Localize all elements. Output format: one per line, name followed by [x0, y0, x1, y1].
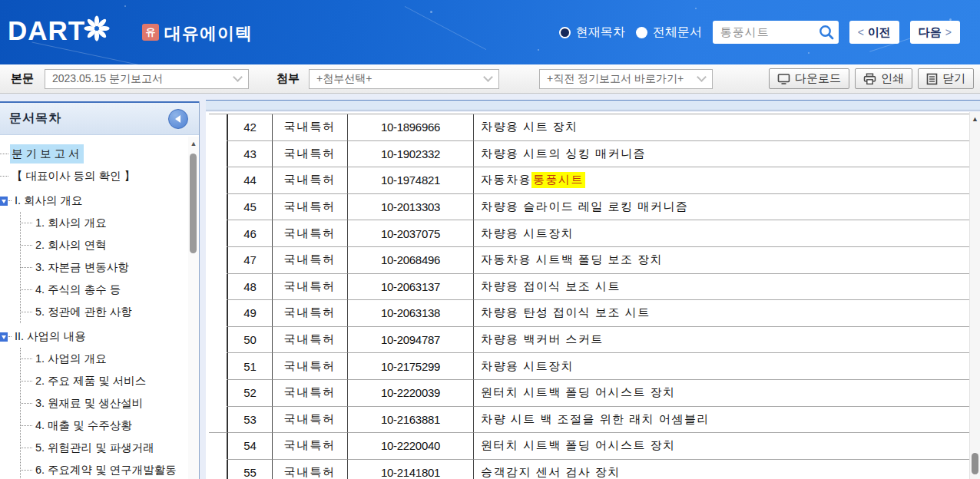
- table-gutter-cell: [209, 407, 228, 434]
- tree-collapse-icon[interactable]: [0, 197, 8, 206]
- toc-item[interactable]: 2. 회사의 연혁: [21, 234, 188, 256]
- decoration: [538, 49, 539, 51]
- cell-patent-title: 자동차용 통풍시트: [474, 167, 969, 194]
- cell-patent-category: 국내특허: [273, 167, 348, 194]
- toc-item[interactable]: 5. 위험관리 및 파생거래: [21, 437, 188, 459]
- radio-full-document[interactable]: 전체문서: [636, 25, 702, 41]
- toc-item[interactable]: 4. 매출 및 수주상황: [21, 415, 188, 437]
- toc-item[interactable]: 6. 주요계약 및 연구개발활동: [21, 459, 188, 479]
- dart-pinwheel-icon: [82, 14, 111, 43]
- scroll-up-arrow-icon[interactable]: ▲: [970, 115, 980, 123]
- table-gutter-cell: [209, 247, 228, 274]
- toc-item[interactable]: 3. 자본금 변동사항: [21, 256, 188, 279]
- cell-row-number: 53: [228, 407, 273, 434]
- toc-item-label: 4. 매출 및 수주상황: [34, 416, 136, 435]
- print-button[interactable]: 인쇄: [855, 68, 912, 89]
- tree-line: [21, 381, 32, 382]
- cell-row-number: 52: [228, 380, 273, 407]
- toc-tree: 분 기 보 고 서【 대표이사 등의 확인 】I. 회사의 개요1. 회사의 개…: [0, 137, 188, 479]
- table-row: 51국내특허10-2175299차량용 시트장치: [209, 353, 969, 380]
- next-result-button[interactable]: 다음 >: [910, 21, 960, 44]
- toc-item[interactable]: 3. 원재료 및 생산설비: [21, 392, 188, 415]
- download-button[interactable]: 다운로드: [769, 68, 849, 89]
- tree-line: [0, 176, 8, 177]
- sidebar-collapse-button[interactable]: [168, 109, 188, 129]
- toc-item[interactable]: II. 사업의 내용: [0, 325, 188, 348]
- search-icon[interactable]: [818, 24, 835, 41]
- company-name: 대유에이텍: [164, 22, 253, 45]
- cell-patent-category: 국내특허: [273, 114, 348, 141]
- decoration: [430, 11, 432, 13]
- cell-patent-category: 국내특허: [273, 247, 348, 274]
- toc-item-label: 3. 자본금 변동사항: [34, 258, 133, 277]
- toc-item-label: 분 기 보 고 서: [10, 144, 84, 164]
- toc-item-label: 2. 주요 제품 및 서비스: [34, 372, 150, 391]
- chevron-down-icon: [483, 72, 493, 82]
- previous-result-button[interactable]: < 이전: [849, 21, 899, 44]
- table-row: 43국내특허10-1902332차량용 시트의 싱킹 매커니즘: [209, 141, 969, 168]
- toc-item-label: 3. 원재료 및 생산설비: [34, 394, 147, 413]
- chevron-down-icon: [233, 72, 243, 82]
- close-button[interactable]: 닫기: [918, 68, 974, 89]
- radio-unselected-icon[interactable]: [636, 27, 647, 38]
- top-header-bar: DART 유 대유에이텍 현재목차: [0, 0, 980, 64]
- toc-item-label: 5. 정관에 관한 사항: [34, 302, 136, 322]
- previous-report-shortcut-value: +직전 정기보고서 바로가기+: [547, 72, 698, 86]
- search-controls: 현재목차 전체문서 통풍시트 < 이전 다음 >: [559, 21, 960, 44]
- toc-item[interactable]: 1. 사업의 개요: [21, 348, 188, 370]
- sidebar-scrollbar-thumb[interactable]: [190, 154, 197, 253]
- scroll-up-arrow-icon[interactable]: ▲: [188, 140, 199, 147]
- toc-item[interactable]: 2. 주요 제품 및 서비스: [21, 370, 188, 392]
- radio-current-toc[interactable]: 현재목차: [559, 25, 625, 41]
- table-gutter-cell: [209, 194, 228, 221]
- toc-item[interactable]: 5. 정관에 관한 사항: [21, 301, 188, 323]
- tree-line: [21, 223, 32, 223]
- previous-report-shortcut-select[interactable]: +직전 정기보고서 바로가기+: [539, 69, 713, 89]
- toc-item[interactable]: 4. 주식의 총수 등: [21, 279, 188, 301]
- toc-item-label: 【 대표이사 등의 확인 】: [10, 167, 139, 186]
- sidebar-scrollbar[interactable]: ▲: [188, 137, 199, 479]
- tree-collapse-icon[interactable]: [0, 332, 8, 342]
- cell-patent-category: 국내특허: [273, 380, 348, 407]
- toc-item[interactable]: I. 회사의 개요: [0, 190, 188, 212]
- tree-line: [21, 245, 32, 246]
- toc-sidebar: 문서목차 분 기 보 고 서【 대표이사 등의 확인 】I. 회사의 개요1. …: [0, 101, 200, 479]
- search-input-value: 통풍시트: [720, 25, 770, 40]
- tree-line: [8, 200, 12, 201]
- radio-full-document-label: 전체문서: [653, 25, 702, 41]
- toc-item-label: 4. 주식의 총수 등: [34, 280, 124, 299]
- content-scrollbar[interactable]: ▲: [969, 112, 980, 479]
- document-toolbar: 본문 2023.05.15 분기보고서 첨부 +첨부선택+ +직전 정기보고서 …: [0, 64, 980, 94]
- cell-patent-number: 10-2013303: [348, 194, 474, 221]
- table-gutter-cell: [209, 114, 228, 141]
- toc-item-label: I. 회사의 개요: [13, 191, 87, 210]
- tree-line: [21, 448, 32, 448]
- cell-patent-title: 차량용 시트장치: [474, 353, 969, 380]
- radio-selected-icon[interactable]: [559, 27, 571, 38]
- tree-line: [21, 312, 32, 312]
- toc-item[interactable]: 1. 회사의 개요: [21, 212, 188, 234]
- toc-item[interactable]: 분 기 보 고 서: [0, 143, 188, 165]
- table-row: 52국내특허10-2220039원터치 시트백 폴딩 어시스트 장치: [209, 380, 969, 407]
- cell-patent-title: 차량용 시트 장치: [474, 114, 969, 141]
- cell-row-number: 42: [228, 114, 273, 141]
- search-input[interactable]: 통풍시트: [713, 21, 839, 44]
- toc-item-label: 6. 주요계약 및 연구개발활동: [34, 461, 180, 479]
- cell-row-number: 54: [228, 433, 273, 460]
- chevron-left-icon: <: [858, 26, 864, 38]
- table-gutter-cell: [209, 353, 228, 380]
- content-scrollbar-thumb[interactable]: [972, 453, 978, 474]
- toc-item-label: II. 사업의 내용: [13, 327, 90, 346]
- cell-patent-title: 원터치 시트백 폴딩 어시스트 장치: [474, 380, 969, 407]
- close-button-label: 닫기: [942, 71, 965, 86]
- search-highlight: 통풍시트: [531, 172, 585, 188]
- document-content: 42국내특허10-1896966차량용 시트 장치43국내특허10-190233…: [206, 112, 969, 479]
- dart-viewer-window: DART 유 대유에이텍 현재목차: [0, 0, 980, 479]
- toc-item[interactable]: 【 대표이사 등의 확인 】: [0, 165, 188, 187]
- attachment-select[interactable]: +첨부선택+: [309, 69, 499, 89]
- cell-patent-number: 10-2068496: [348, 247, 474, 274]
- toc-title: 문서목차: [9, 111, 61, 127]
- cell-patent-title: 차량용 시트의 싱킹 매커니즘: [474, 141, 969, 168]
- main-document-select[interactable]: 2023.05.15 분기보고서: [45, 69, 249, 89]
- cell-row-number: 49: [228, 300, 273, 327]
